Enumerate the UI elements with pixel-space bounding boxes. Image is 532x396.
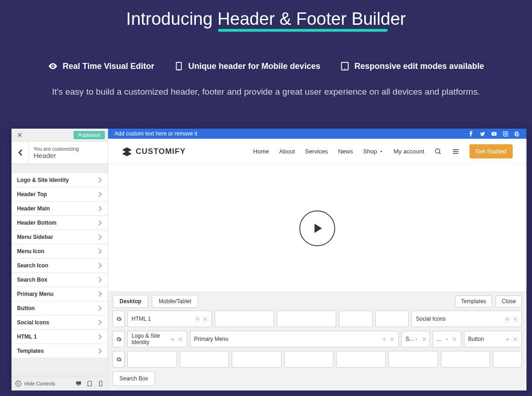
- nav-shop[interactable]: Shop: [363, 148, 383, 155]
- templates-button[interactable]: Templates: [455, 295, 492, 307]
- sidebar-item-logo-site-identity[interactable]: Logo & Site Identity: [11, 173, 108, 187]
- gear-icon[interactable]: [195, 317, 200, 322]
- sidebar-item-header-top[interactable]: Header Top: [11, 187, 108, 202]
- hide-controls-label[interactable]: Hide Controls: [24, 381, 55, 386]
- instagram-icon[interactable]: [503, 131, 509, 137]
- sidebar-item-templates[interactable]: Templates: [11, 344, 108, 358]
- close-icon[interactable]: [422, 337, 427, 342]
- chevron-right-icon: [98, 234, 102, 240]
- row3-empty-4[interactable]: [284, 351, 334, 368]
- customizer-sidebar: ✕ Published You are customizing Header L…: [11, 129, 108, 390]
- nav-home[interactable]: Home: [253, 148, 269, 155]
- row2-button-label: Button: [468, 336, 484, 342]
- row2-settings[interactable]: [113, 331, 125, 347]
- gear-icon[interactable]: [505, 337, 510, 342]
- brand-logo[interactable]: CUSTOMIFY: [122, 147, 186, 157]
- builder-row-1: HTML 1 Social Icons: [113, 311, 522, 327]
- sidebar-item-button[interactable]: Button: [11, 301, 108, 316]
- chevron-right-icon: [98, 320, 102, 325]
- svg-point-4: [504, 133, 506, 135]
- gear-icon: [116, 316, 122, 322]
- gear-icon[interactable]: [170, 337, 175, 342]
- nav-news[interactable]: News: [338, 148, 353, 155]
- published-badge[interactable]: Published: [74, 131, 105, 139]
- gear-icon[interactable]: [505, 317, 510, 322]
- row1-settings[interactable]: [113, 311, 125, 327]
- row3-empty-7[interactable]: [441, 351, 491, 368]
- pinterest-icon[interactable]: [514, 131, 520, 137]
- feature-responsive: Responsive edit modes available: [340, 61, 484, 71]
- chevron-left-icon: [18, 149, 23, 156]
- menu-icon[interactable]: [452, 148, 459, 155]
- preview-topbar: Add custom text here or remove it: [108, 129, 526, 139]
- gear-icon[interactable]: [444, 337, 449, 342]
- search-icon[interactable]: [435, 148, 442, 155]
- sidebar-list: Logo & Site IdentityHeader TopHeader Mai…: [11, 173, 108, 358]
- builder-tabrow: Desktop Mobile/Tablet Templates Close: [113, 292, 522, 311]
- collapse-icon[interactable]: [15, 380, 22, 387]
- row1-empty-1[interactable]: [215, 311, 274, 327]
- mobile-device-icon[interactable]: [97, 380, 104, 387]
- nav-services[interactable]: Services: [305, 148, 328, 155]
- back-button[interactable]: [11, 141, 29, 164]
- app-screenshot: ✕ Published You are customizing Header L…: [11, 129, 526, 390]
- sidebar-item-html-1[interactable]: HTML 1: [11, 330, 108, 344]
- row3-empty-2[interactable]: [180, 351, 229, 368]
- close-icon[interactable]: [513, 317, 518, 322]
- row1-social[interactable]: Social Icons: [412, 311, 522, 327]
- row2-cell-dots[interactable]: ...: [433, 331, 461, 347]
- row3-empty-5[interactable]: [336, 351, 386, 368]
- mobile-icon: [174, 61, 184, 71]
- close-icon[interactable]: [513, 337, 518, 342]
- close-button[interactable]: Close: [496, 295, 522, 307]
- builder-search-box[interactable]: Search Box: [113, 371, 155, 386]
- row2-logo[interactable]: Logo & Site Identity: [127, 331, 187, 347]
- svg-rect-3: [503, 131, 508, 136]
- sidebar-item-label: Header Main: [17, 205, 50, 212]
- close-icon[interactable]: ✕: [14, 130, 25, 140]
- sidebar-item-search-box[interactable]: Search Box: [11, 273, 108, 287]
- sidebar-item-menu-sidebar[interactable]: Menu Sidebar: [11, 230, 108, 244]
- customizing-title: Header: [34, 152, 79, 159]
- sidebar-item-menu-icon[interactable]: Menu Icon: [11, 244, 108, 259]
- nav-account[interactable]: My account: [394, 148, 424, 155]
- row3-empty-1[interactable]: [127, 351, 177, 368]
- tablet-device-icon[interactable]: [86, 380, 93, 387]
- play-button[interactable]: [299, 210, 335, 246]
- sidebar-item-header-bottom[interactable]: Header Bottom: [11, 216, 108, 230]
- feature-mobile: Unique header for Mobile devices: [174, 61, 320, 71]
- row1-empty-2[interactable]: [277, 311, 336, 327]
- row2-cell-s[interactable]: S...: [401, 331, 430, 347]
- facebook-icon[interactable]: [468, 131, 474, 137]
- tab-mobile[interactable]: Mobile/Tablet: [152, 295, 198, 308]
- sidebar-item-label: Header Bottom: [17, 220, 57, 226]
- youtube-icon[interactable]: [491, 131, 497, 137]
- sidebar-item-social-icons[interactable]: Social Icons: [11, 316, 108, 330]
- cta-button[interactable]: Get Started: [469, 144, 513, 158]
- row1-empty-4[interactable]: [375, 311, 409, 327]
- close-icon[interactable]: [178, 337, 183, 342]
- close-icon[interactable]: [203, 317, 208, 322]
- row1-html1-label: HTML 1: [132, 316, 151, 322]
- row3-settings[interactable]: [113, 351, 125, 368]
- twitter-icon[interactable]: [480, 131, 486, 137]
- chevron-right-icon: [98, 220, 102, 226]
- chevron-down-icon: [379, 149, 383, 154]
- gear-icon[interactable]: [414, 337, 419, 342]
- nav-about[interactable]: About: [279, 148, 295, 155]
- sidebar-item-search-icon[interactable]: Search Icon: [11, 259, 108, 273]
- row2-primary-menu[interactable]: Primary Menu: [190, 331, 399, 347]
- row1-empty-3[interactable]: [339, 311, 372, 327]
- row2-button[interactable]: Button: [464, 331, 522, 347]
- tab-desktop[interactable]: Desktop: [113, 295, 148, 308]
- row1-html1[interactable]: HTML 1: [127, 311, 212, 327]
- row3-empty-8[interactable]: [493, 351, 522, 368]
- row3-empty-6[interactable]: [389, 351, 438, 368]
- sidebar-item-header-main[interactable]: Header Main: [11, 202, 108, 216]
- close-icon[interactable]: [452, 337, 457, 342]
- gear-icon[interactable]: [382, 337, 387, 342]
- row3-empty-3[interactable]: [232, 351, 281, 368]
- desktop-device-icon[interactable]: [75, 380, 82, 387]
- close-icon[interactable]: [389, 337, 395, 342]
- sidebar-item-primary-menu[interactable]: Primary Menu: [11, 287, 108, 301]
